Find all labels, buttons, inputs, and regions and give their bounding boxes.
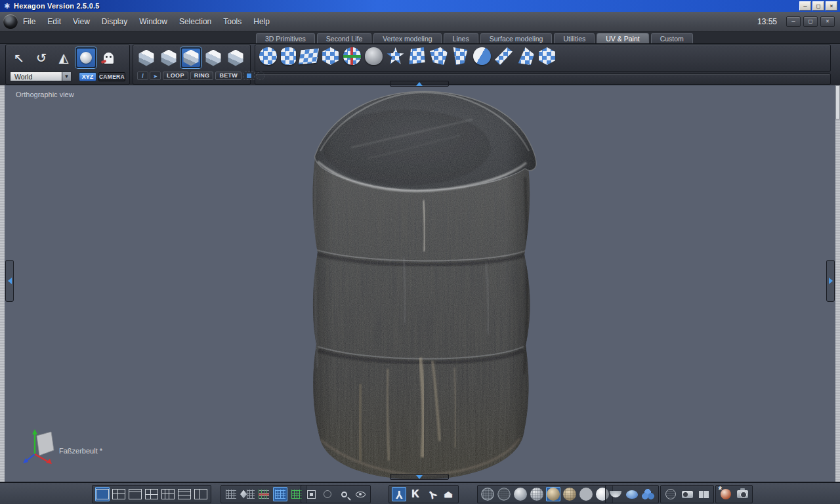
left-panel-strip[interactable]	[0, 85, 5, 482]
uv-sphere-mapping-icon[interactable]	[259, 47, 277, 65]
loop-button[interactable]: LOOP	[163, 72, 188, 80]
tab-surface-modeling[interactable]: Surface modeling	[480, 33, 553, 43]
paint-sphere-icon[interactable]	[516, 47, 534, 65]
subdivision-cluster-icon[interactable]	[641, 487, 656, 501]
shade-wireframe-icon[interactable]	[480, 487, 495, 501]
window-minimize-button[interactable]: –	[799, 1, 811, 10]
menu-window[interactable]: Window	[139, 17, 167, 26]
tab-lines[interactable]: Lines	[444, 33, 478, 43]
backfaces-dome-icon[interactable]	[608, 487, 623, 501]
menu-selection[interactable]: Selection	[179, 17, 211, 26]
betw-button[interactable]: BETW	[215, 72, 242, 80]
menu-view[interactable]: View	[73, 17, 90, 26]
chevron-down-icon[interactable]: ▼	[62, 72, 72, 81]
viewport-3d[interactable]: Orthographic view	[0, 85, 840, 482]
grid-top-plane-icon[interactable]	[273, 487, 287, 501]
draw-select-icon[interactable]	[137, 72, 148, 80]
menu-edit[interactable]: Edit	[47, 17, 61, 26]
select-faces-cube-icon[interactable]	[180, 47, 201, 68]
uv-spherical-globe-icon[interactable]	[343, 47, 361, 65]
layout-bottom-row-split[interactable]	[144, 487, 159, 501]
right-panel-strip[interactable]	[835, 85, 840, 482]
app-minimize-button[interactable]: –	[786, 16, 801, 27]
tab-3d-primitives[interactable]: 3D Primitives	[256, 33, 315, 43]
app-maximize-button[interactable]: □	[803, 16, 818, 27]
manipulator-rotate-icon[interactable]	[425, 487, 439, 501]
render-icon[interactable]	[719, 487, 733, 501]
shade-textured-icon[interactable]	[546, 487, 560, 501]
uv-cylinder-mapping-icon[interactable]	[281, 47, 296, 65]
layout-four-views[interactable]	[112, 487, 126, 501]
snapshot-camera-icon[interactable]	[735, 487, 749, 501]
select-edges-cube-icon[interactable]	[158, 47, 179, 68]
manipulator-move-icon[interactable]	[408, 487, 423, 501]
zoom-view-icon[interactable]	[337, 487, 351, 501]
marquee-select-icon[interactable]	[243, 72, 255, 80]
tab-vertex-modeling[interactable]: Vertex modeling	[373, 33, 441, 43]
ring-button[interactable]: RING	[190, 72, 214, 80]
app-close-button[interactable]: ×	[820, 16, 835, 27]
grid-front-plane-icon[interactable]	[257, 487, 271, 501]
snap-grid-icon[interactable]	[224, 487, 238, 501]
wire-sphere-icon[interactable]	[663, 487, 678, 501]
select-uvs-cube-icon[interactable]	[203, 47, 224, 68]
tab-second-life[interactable]: Second Life	[317, 33, 371, 43]
paint-fill-icon[interactable]	[240, 487, 255, 501]
shade-solid-wire-icon[interactable]	[530, 487, 544, 501]
window-maximize-button[interactable]: □	[812, 1, 824, 10]
select-object-cube-icon[interactable]	[225, 47, 246, 68]
undo-arrow-icon[interactable]: ↖	[9, 47, 30, 68]
right-strip-thumb[interactable]	[835, 85, 840, 119]
model-barrel[interactable]	[289, 85, 551, 482]
manipulator-universal-icon[interactable]	[392, 487, 406, 501]
tab-uv-paint[interactable]: UV & Paint	[597, 33, 648, 43]
shade-hiddenline-icon[interactable]	[497, 487, 511, 501]
fit-view-icon[interactable]	[304, 487, 318, 501]
menu-tools[interactable]: Tools	[223, 17, 242, 26]
sphere-tool-icon[interactable]	[75, 47, 96, 68]
window-close-button[interactable]: ×	[826, 1, 837, 10]
layout-grid-views[interactable]	[161, 487, 175, 501]
drop-to-floor-icon[interactable]	[441, 487, 455, 501]
tab-custom[interactable]: Custom	[651, 33, 693, 43]
shade-flat-icon[interactable]	[579, 487, 593, 501]
ghost-visibility-icon[interactable]	[98, 47, 119, 68]
layout-stacked-rows[interactable]	[177, 487, 192, 501]
menu-display[interactable]: Display	[102, 17, 127, 26]
uv-planar-mapping-icon[interactable]	[299, 48, 319, 64]
panels-icon[interactable]	[696, 487, 711, 501]
center-view-icon[interactable]	[320, 487, 335, 501]
right-panel-handle[interactable]	[826, 260, 835, 302]
collapse-top-handle[interactable]	[390, 81, 449, 87]
smooth-preview-dome-icon[interactable]	[625, 487, 639, 501]
layout-single-view[interactable]	[95, 487, 110, 501]
crumple-plane-icon[interactable]	[430, 47, 448, 65]
workspace-dropdown[interactable]: World ▼	[10, 72, 72, 81]
shade-solid-icon[interactable]	[513, 487, 528, 501]
layout-two-columns[interactable]	[194, 487, 208, 501]
layout-top-row-split[interactable]	[128, 487, 142, 501]
unfold-plane-icon[interactable]	[408, 47, 426, 65]
xyz-toggle-button[interactable]: XYZ	[79, 72, 96, 81]
paint-plane-icon[interactable]	[495, 47, 513, 65]
unfold-star-icon[interactable]	[387, 47, 404, 65]
arrow-select-icon[interactable]	[150, 72, 161, 80]
menu-help[interactable]: Help	[253, 17, 270, 26]
menu-file[interactable]: File	[23, 17, 35, 26]
tab-utilities[interactable]: Utilities	[554, 33, 595, 43]
camera-view-icon[interactable]	[680, 487, 694, 501]
rotate-tool-icon[interactable]: ↺	[31, 47, 52, 68]
pinch-plane-icon[interactable]	[452, 47, 469, 65]
uv-box-mapping-icon[interactable]	[322, 47, 339, 65]
left-panel-handle[interactable]	[5, 260, 14, 302]
paint-cube-icon[interactable]	[538, 47, 556, 65]
wrap-sphere-icon[interactable]	[473, 47, 491, 65]
collapse-bottom-handle[interactable]	[390, 474, 449, 480]
shade-textured-wire-icon[interactable]	[562, 487, 577, 501]
window-titlebar[interactable]: ✱ Hexagon Version 2.5.0.5 –□×	[0, 0, 840, 12]
look-at-view-icon[interactable]	[353, 487, 368, 501]
shrink-wrap-head-icon[interactable]	[365, 47, 383, 65]
camera-toggle-button[interactable]: CAMERA	[98, 72, 125, 81]
select-points-cube-icon[interactable]	[136, 47, 157, 68]
cone-tool-icon[interactable]: ◭	[53, 47, 74, 68]
